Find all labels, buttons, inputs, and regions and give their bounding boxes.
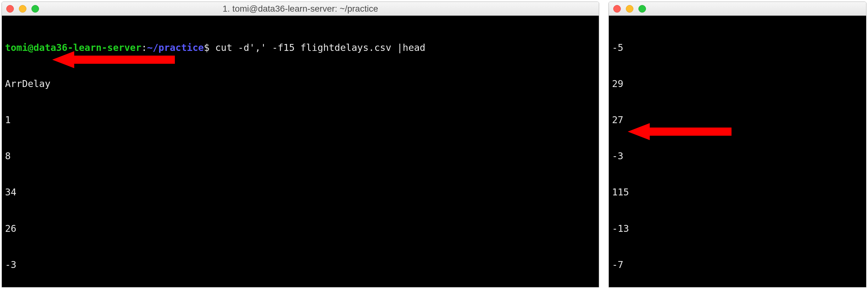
output-line: 115 <box>612 186 863 198</box>
minimize-icon[interactable] <box>19 5 26 12</box>
terminal-body-right[interactable]: -5 29 27 -3 115 -13 -7 NA 13 -4 36 -7 41 <box>609 16 866 287</box>
window-title: 1. tomi@data36-learn-server: ~/practice <box>2 4 599 14</box>
prompt-path: ~/practice <box>147 42 204 53</box>
output-line: ArrDelay <box>5 78 596 90</box>
prompt-sep: : <box>141 42 147 53</box>
output-line: -3 <box>612 150 863 162</box>
output-line: -3 <box>5 259 596 271</box>
output-line: 34 <box>5 186 596 198</box>
output-line: 29 <box>612 78 863 90</box>
terminal-body-left[interactable]: tomi@data36-learn-server:~/practice$ cut… <box>2 16 599 287</box>
command-text: cut -d',' -f15 flightdelays.csv |head <box>215 42 425 53</box>
terminal-window-right: -5 29 27 -3 115 -13 -7 NA 13 -4 36 -7 41 <box>609 2 866 287</box>
traffic-lights <box>6 5 39 12</box>
prompt-user: tomi@data36-learn-server <box>5 42 141 53</box>
close-icon[interactable] <box>6 5 14 12</box>
output-line: -7 <box>612 259 863 271</box>
traffic-lights <box>613 5 646 12</box>
output-line: -13 <box>612 223 863 234</box>
zoom-icon[interactable] <box>31 5 39 12</box>
prompt-dollar: $ <box>204 42 215 53</box>
titlebar[interactable] <box>609 2 866 16</box>
output-line: 27 <box>612 114 863 126</box>
output-line: -5 <box>612 42 863 54</box>
output-line: 26 <box>5 223 596 234</box>
titlebar[interactable]: 1. tomi@data36-learn-server: ~/practice <box>2 2 599 16</box>
terminal-window-left: 1. tomi@data36-learn-server: ~/practice … <box>2 2 599 287</box>
prompt-line-1: tomi@data36-learn-server:~/practice$ cut… <box>5 42 596 54</box>
zoom-icon[interactable] <box>639 5 646 12</box>
output-line: 8 <box>5 150 596 162</box>
close-icon[interactable] <box>613 5 621 12</box>
output-line: 1 <box>5 114 596 126</box>
minimize-icon[interactable] <box>626 5 633 12</box>
